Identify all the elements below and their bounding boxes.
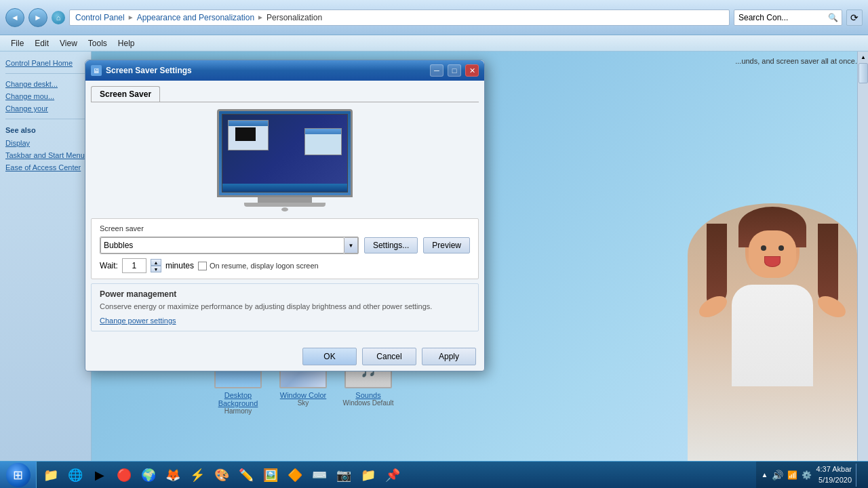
preview-window-sim xyxy=(228,120,269,150)
dialog-close-button[interactable]: ✕ xyxy=(465,64,479,77)
screensaver-select-wrapper[interactable]: Bubbles ▼ xyxy=(100,237,359,254)
dialog-maximize-button[interactable]: □ xyxy=(448,64,461,77)
preview-screen-content xyxy=(222,115,347,192)
screen-saver-tab[interactable]: Screen Saver xyxy=(91,86,160,102)
preview-window2 xyxy=(304,128,342,155)
preview-screen xyxy=(222,114,348,192)
screensaver-row: Bubbles ▼ Settings... Preview xyxy=(100,237,470,254)
screen-saver-dialog: 🖥 Screen Saver Settings ─ □ ✕ Screen Sav… xyxy=(85,60,485,371)
screensaver-dropdown-arrow[interactable]: ▼ xyxy=(344,237,358,253)
preview-monitor xyxy=(217,109,353,197)
preview-window2-title xyxy=(305,129,341,134)
dialog-overlay: 🖥 Screen Saver Settings ─ □ ✕ Screen Sav… xyxy=(0,0,868,488)
monitor-base xyxy=(244,203,326,207)
power-title: Power management xyxy=(100,289,470,299)
change-power-settings-link[interactable]: Change power settings xyxy=(100,317,176,325)
minutes-label: minutes xyxy=(165,261,194,270)
dialog-title-text: Screen Saver Settings xyxy=(106,66,426,75)
dialog-footer: OK Cancel Apply xyxy=(85,341,484,371)
dialog-tab-bar: Screen Saver xyxy=(91,86,479,102)
preview-button[interactable]: Preview xyxy=(423,237,470,253)
screensaver-select[interactable]: Bubbles xyxy=(100,237,344,253)
power-section: Power management Conserve energy or maxi… xyxy=(91,283,479,331)
preview-taskbar-sim xyxy=(222,184,347,192)
settings-button[interactable]: Settings... xyxy=(364,237,418,253)
monitor-stand xyxy=(258,197,312,203)
wait-increment[interactable]: ▲ xyxy=(151,259,161,266)
ok-button[interactable]: OK xyxy=(302,348,357,365)
dialog-title-icon: 🖥 xyxy=(91,65,102,76)
resume-checkbox-label[interactable]: On resume, display logon screen xyxy=(198,262,319,270)
cancel-button[interactable]: Cancel xyxy=(362,348,416,365)
wait-decrement[interactable]: ▼ xyxy=(151,266,161,272)
wait-input[interactable] xyxy=(122,258,146,273)
screensaver-section: Screen saver Bubbles ▼ Settings... Previ… xyxy=(91,218,479,279)
preview-window-title xyxy=(229,121,268,126)
preview-black-box xyxy=(235,127,256,141)
wait-label: Wait: xyxy=(100,261,118,270)
preview-area xyxy=(91,109,479,211)
wait-spinner: ▲ ▼ xyxy=(151,259,161,272)
dialog-body: Screen Saver xyxy=(85,81,484,341)
power-desc: Conserve energy or maximize performance … xyxy=(100,302,470,312)
resume-label-text: On resume, display logon screen xyxy=(210,262,319,270)
screensaver-section-label: Screen saver xyxy=(100,224,470,232)
wait-row: Wait: ▲ ▼ minutes On resume, display log… xyxy=(100,258,470,273)
resume-checkbox[interactable] xyxy=(198,262,207,270)
monitor-base-dot xyxy=(281,207,288,211)
apply-button[interactable]: Apply xyxy=(422,348,476,365)
dialog-titlebar: 🖥 Screen Saver Settings ─ □ ✕ xyxy=(85,60,484,81)
dialog-minimize-button[interactable]: ─ xyxy=(430,64,443,77)
monitor-container xyxy=(217,109,353,211)
